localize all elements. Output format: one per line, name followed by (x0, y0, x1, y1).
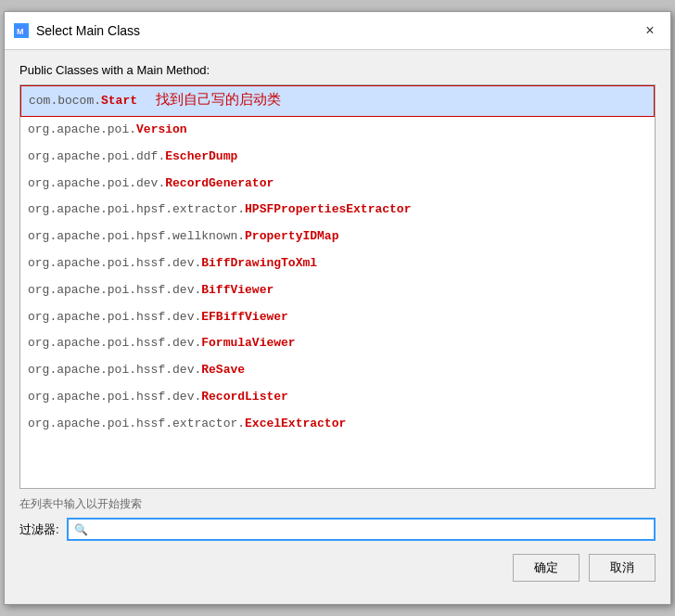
item-classname: FormulaViewer (201, 336, 295, 350)
item-prefix: org.apache.poi.ddf. (28, 149, 165, 163)
list-items-container: org.apache.poi.Versionorg.apache.poi.ddf… (20, 117, 655, 438)
confirm-button[interactable]: 确定 (513, 554, 579, 582)
list-item[interactable]: org.apache.poi.hpsf.extractor.HPSFProper… (20, 197, 655, 224)
dialog-title: Select Main Class (36, 23, 140, 38)
item-prefix: org.apache.poi.hssf.dev. (28, 256, 201, 270)
list-item[interactable]: org.apache.poi.hssf.dev.ReSave (20, 357, 655, 384)
annotation-text: 找到自己写的启动类 (156, 90, 281, 112)
list-item[interactable]: org.apache.poi.hpsf.wellknown.PropertyID… (20, 224, 655, 250)
list-item[interactable]: org.apache.poi.ddf.EscherDump (20, 144, 655, 171)
list-item[interactable]: org.apache.poi.hssf.dev.FormulaViewer (20, 330, 655, 357)
list-item[interactable]: org.apache.poi.hssf.dev.BiffDrawingToXml (20, 250, 655, 277)
item-classname: BiffViewer (201, 283, 274, 297)
search-icon: 🔍 (74, 523, 88, 536)
close-button[interactable]: × (639, 19, 661, 42)
item-classname: ReSave (201, 363, 245, 377)
item-classname: Start (101, 92, 137, 111)
item-prefix: org.apache.poi.hssf.dev. (28, 390, 201, 404)
list-item[interactable]: com.bocom.Start 找到自己写的启动类 (20, 85, 655, 117)
item-classname: BiffDrawingToXml (201, 256, 317, 270)
filter-input[interactable] (92, 522, 648, 536)
item-prefix: org.apache.poi.hssf.dev. (28, 283, 201, 297)
filter-row: 过滤器: 🔍 (19, 518, 656, 541)
item-prefix: org.apache.poi.hssf.extractor. (28, 417, 245, 430)
dialog-body: Public Classes with a Main Method: com.b… (5, 50, 670, 604)
item-classname: HPSFPropertiesExtractor (245, 202, 411, 216)
filter-input-wrap: 🔍 (67, 518, 656, 541)
item-prefix: org.apache.poi.hssf.dev. (28, 363, 201, 377)
item-classname: RecordLister (201, 390, 288, 404)
list-section-label: Public Classes with a Main Method: (19, 63, 656, 77)
list-item[interactable]: org.apache.poi.Version (20, 117, 655, 144)
item-classname: PropertyIDMap (245, 229, 338, 243)
button-row: 确定 取消 (19, 554, 656, 591)
item-prefix: org.apache.poi.dev. (28, 176, 165, 190)
filter-label: 过滤器: (19, 521, 59, 538)
item-prefix: org.apache.poi.hssf.dev. (28, 310, 201, 324)
list-item[interactable]: org.apache.poi.hssf.dev.BiffViewer (20, 277, 655, 304)
title-bar-left: M Select Main Class (14, 23, 140, 38)
list-item[interactable]: org.apache.poi.hssf.extractor.ExcelExtra… (20, 411, 655, 438)
item-classname: EscherDump (165, 149, 237, 163)
select-main-class-dialog: M Select Main Class × Public Classes wit… (4, 11, 671, 605)
list-item[interactable]: org.apache.poi.dev.RecordGenerator (20, 171, 655, 198)
item-classname: RecordGenerator (165, 176, 274, 190)
cancel-button[interactable]: 取消 (589, 554, 656, 582)
item-classname: Version (136, 122, 187, 136)
item-prefix: com.bocom. (29, 92, 101, 111)
item-classname: ExcelExtractor (245, 417, 346, 430)
dialog-icon: M (14, 23, 29, 38)
title-bar: M Select Main Class × (5, 12, 670, 50)
item-prefix: org.apache.poi.hpsf.wellknown. (28, 229, 245, 243)
hint-text: 在列表中输入以开始搜索 (19, 496, 656, 512)
item-prefix: org.apache.poi.hpsf.extractor. (28, 202, 245, 216)
svg-text:M: M (17, 27, 24, 36)
item-prefix: org.apache.poi.hssf.dev. (28, 336, 201, 350)
item-prefix: org.apache.poi. (28, 122, 136, 136)
class-list: com.bocom.Start 找到自己写的启动类 org.apache.poi… (19, 84, 656, 489)
list-item[interactable]: org.apache.poi.hssf.dev.RecordLister (20, 384, 655, 411)
list-item[interactable]: org.apache.poi.hssf.dev.EFBiffViewer (20, 304, 655, 331)
item-classname: EFBiffViewer (201, 310, 288, 324)
